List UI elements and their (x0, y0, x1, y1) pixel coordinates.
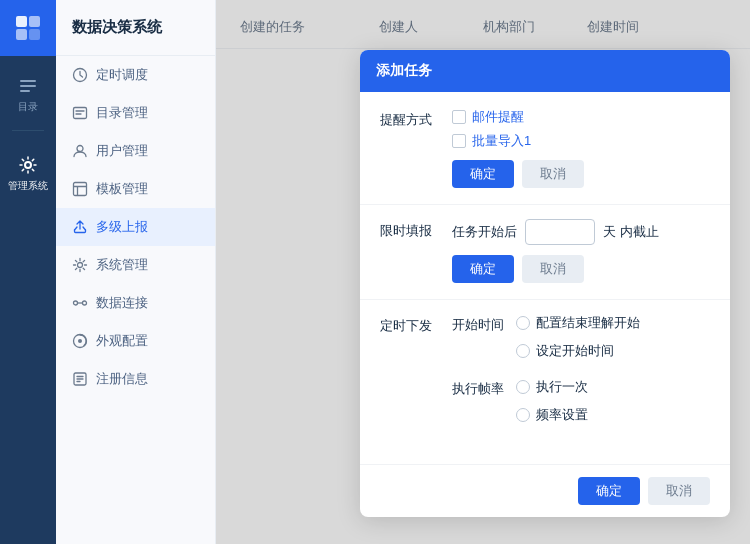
radio-once[interactable]: 执行一次 (516, 378, 588, 396)
nav-item-schedule[interactable]: 定时调度 (56, 56, 215, 94)
batch-label: 批量导入1 (472, 132, 531, 150)
deadline-confirm-btn[interactable]: 确定 (452, 255, 514, 283)
svg-rect-4 (20, 80, 36, 82)
svg-point-16 (78, 339, 82, 343)
radio-set-start[interactable]: 设定开始时间 (516, 342, 640, 360)
theme-icon (72, 333, 88, 349)
deadline-prefix: 任务开始后 (452, 223, 517, 241)
nav-sys-mgr-label: 系统管理 (96, 256, 148, 274)
register-icon (72, 371, 88, 387)
email-checkbox-row[interactable]: 邮件提醒 (452, 108, 710, 126)
nav-catalog-mgr-label: 目录管理 (96, 104, 148, 122)
sidebar-item-settings[interactable]: 管理系统 (0, 143, 56, 205)
catalog-icon (72, 105, 88, 121)
nav-user-mgr-label: 用户管理 (96, 142, 148, 160)
main-content: 创建的任务 创建人 机构部门 创建时间 添加任务 提醒方式 邮件提醒 (216, 0, 750, 544)
start-time-row: 开始时间 配置结束理解开始 设定开始时间 (452, 314, 710, 364)
radio-freq[interactable]: 频率设置 (516, 406, 588, 424)
radio-freq-label: 频率设置 (536, 406, 588, 424)
svg-rect-2 (16, 29, 27, 40)
system-icon (72, 257, 88, 273)
modal-title-bar: 添加任务 (360, 50, 730, 92)
nav-item-multi-report[interactable]: 多级上报 (56, 208, 215, 246)
sidebar-item-catalog[interactable]: 目录 (0, 64, 56, 126)
batch-checkbox-row[interactable]: 批量导入1 (452, 132, 710, 150)
remind-label: 提醒方式 (380, 108, 440, 129)
svg-rect-0 (16, 16, 27, 27)
user-icon (72, 143, 88, 159)
time-options: 配置结束理解开始 设定开始时间 (516, 314, 640, 364)
modal-body: 提醒方式 邮件提醒 批量导入1 确定 取消 (360, 92, 730, 464)
divider-1 (360, 204, 730, 205)
modal-footer: 确定 取消 (360, 464, 730, 517)
nav-menu: 数据决策系统 定时调度 目录管理 用户管理 (56, 0, 216, 544)
sidebar-settings-label: 管理系统 (8, 179, 48, 193)
svg-point-14 (83, 301, 87, 305)
deadline-suffix: 天 内截止 (603, 223, 659, 241)
nav-item-sys-mgr[interactable]: 系统管理 (56, 246, 215, 284)
clock-icon (72, 67, 88, 83)
email-checkbox[interactable] (452, 110, 466, 124)
add-task-modal: 添加任务 提醒方式 邮件提醒 批量导入1 (360, 50, 730, 517)
upload-icon (72, 219, 88, 235)
svg-rect-6 (20, 90, 30, 92)
nav-schedule-label: 定时调度 (96, 66, 148, 84)
rate-options: 执行一次 频率设置 (516, 378, 588, 428)
schedule-content: 开始时间 配置结束理解开始 设定开始时间 (452, 314, 710, 428)
deadline-input-row: 任务开始后 天 内截止 (452, 219, 710, 245)
radio-config-end-label: 配置结束理解开始 (536, 314, 640, 332)
nav-item-reg-info[interactable]: 注册信息 (56, 360, 215, 398)
nav-item-template-mgr[interactable]: 模板管理 (56, 170, 215, 208)
remind-content: 邮件提醒 批量导入1 确定 取消 (452, 108, 710, 188)
deadline-content: 任务开始后 天 内截止 确定 取消 (452, 219, 710, 283)
radio-set-start-circle[interactable] (516, 344, 530, 358)
start-time-label: 开始时间 (452, 314, 504, 334)
svg-rect-3 (29, 29, 40, 40)
nav-item-data-conn[interactable]: 数据连接 (56, 284, 215, 322)
nav-multi-report-label: 多级上报 (96, 218, 148, 236)
radio-config-end-circle[interactable] (516, 316, 530, 330)
footer-confirm-btn[interactable]: 确定 (578, 477, 640, 505)
deadline-section: 限时填报 任务开始后 天 内截止 确定 取消 (380, 219, 710, 283)
remind-btn-row: 确定 取消 (452, 160, 710, 188)
svg-rect-1 (29, 16, 40, 27)
divider-2 (360, 299, 730, 300)
nav-ui-config-label: 外观配置 (96, 332, 148, 350)
svg-point-12 (78, 263, 83, 268)
app-logo (0, 0, 56, 56)
radio-config-end[interactable]: 配置结束理解开始 (516, 314, 640, 332)
radio-freq-circle[interactable] (516, 408, 530, 422)
remind-section: 提醒方式 邮件提醒 批量导入1 确定 取消 (380, 108, 710, 188)
remind-cancel-btn[interactable]: 取消 (522, 160, 584, 188)
footer-cancel-btn[interactable]: 取消 (648, 477, 710, 505)
nav-template-mgr-label: 模板管理 (96, 180, 148, 198)
schedule-section: 定时下发 开始时间 配置结束理解开始 设定开 (380, 314, 710, 428)
nav-item-catalog-mgr[interactable]: 目录管理 (56, 94, 215, 132)
connection-icon (72, 295, 88, 311)
deadline-cancel-btn[interactable]: 取消 (522, 255, 584, 283)
radio-once-circle[interactable] (516, 380, 530, 394)
nav-reg-info-label: 注册信息 (96, 370, 148, 388)
deadline-days-input[interactable] (525, 219, 595, 245)
nav-item-user-mgr[interactable]: 用户管理 (56, 132, 215, 170)
email-label: 邮件提醒 (472, 108, 524, 126)
deadline-btn-row: 确定 取消 (452, 255, 710, 283)
sidebar: 目录 管理系统 (0, 0, 56, 544)
sidebar-divider (12, 130, 44, 131)
svg-point-10 (77, 146, 83, 152)
remind-confirm-btn[interactable]: 确定 (452, 160, 514, 188)
nav-data-conn-label: 数据连接 (96, 294, 148, 312)
svg-rect-11 (74, 183, 87, 196)
modal-title: 添加任务 (376, 62, 432, 78)
svg-rect-9 (74, 108, 87, 119)
svg-point-7 (25, 162, 31, 168)
nav-item-ui-config[interactable]: 外观配置 (56, 322, 215, 360)
gear-icon (18, 155, 38, 175)
radio-set-start-label: 设定开始时间 (536, 342, 614, 360)
svg-rect-5 (20, 85, 36, 87)
batch-checkbox[interactable] (452, 134, 466, 148)
modal-overlay: 添加任务 提醒方式 邮件提醒 批量导入1 (216, 0, 750, 544)
deadline-label: 限时填报 (380, 219, 440, 240)
radio-once-label: 执行一次 (536, 378, 588, 396)
app-title-nav: 数据决策系统 (72, 18, 162, 37)
